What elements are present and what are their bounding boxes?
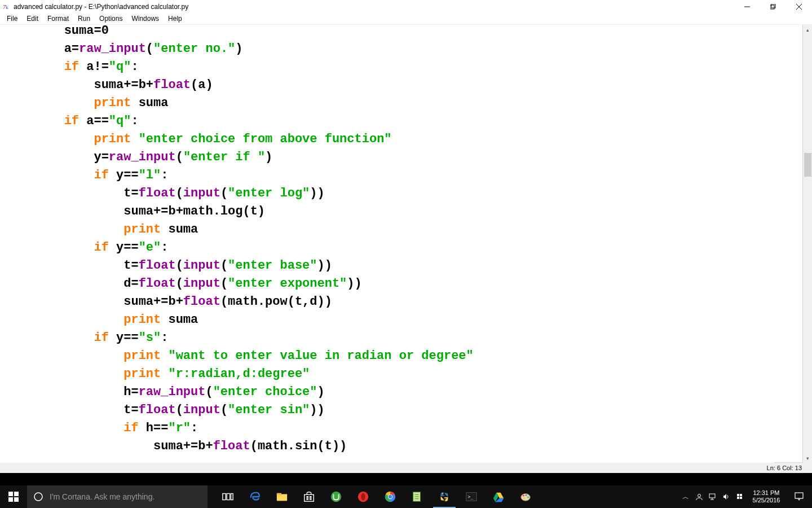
taskbar-clock[interactable]: 12:31 PM 5/25/2016	[747, 486, 786, 507]
utorrent-icon[interactable]	[323, 485, 350, 508]
svg-rect-46	[740, 494, 742, 496]
code-line: suma+=b+float(a)	[5, 76, 774, 94]
code-line: if y=="e":	[5, 239, 774, 257]
svg-point-38	[526, 494, 527, 496]
svg-rect-19	[310, 496, 312, 498]
menu-edit[interactable]: Edit	[22, 14, 43, 24]
drive-icon[interactable]	[485, 485, 512, 508]
paint-icon[interactable]	[512, 485, 539, 508]
store-icon[interactable]	[295, 485, 323, 508]
code-line: t=float(input("enter base"))	[5, 257, 774, 275]
taskbar: I'm Cortana. Ask me anything. >_ ︿ 12:31…	[0, 485, 812, 508]
file-explorer-icon[interactable]	[268, 485, 295, 508]
code-line: if a=="q":	[5, 112, 774, 130]
status-line: Ln: 6	[767, 465, 780, 471]
svg-rect-12	[223, 494, 226, 500]
code-line: if y=="l":	[5, 167, 774, 185]
action-center-icon[interactable]	[786, 485, 812, 508]
code-line: print "enter choice from above function"	[5, 130, 774, 148]
editor-wrap: suma=0 a=raw_input("enter no.") if a!="q…	[0, 24, 812, 462]
svg-point-24	[361, 493, 365, 501]
code-line: if y=="s":	[5, 329, 774, 347]
code-line: suma+=b+math.log(t)	[5, 203, 774, 221]
menubar: File Edit Format Run Options Windows Hel…	[0, 13, 812, 24]
svg-point-32	[442, 493, 443, 494]
svg-point-40	[523, 497, 525, 499]
svg-point-33	[445, 499, 447, 500]
svg-rect-8	[14, 492, 19, 496]
svg-rect-20	[306, 498, 308, 500]
opera-icon[interactable]	[350, 485, 377, 508]
svg-rect-47	[737, 497, 739, 499]
scroll-thumb[interactable]	[804, 153, 811, 177]
cortana-search[interactable]: I'm Cortana. Ask me anything.	[27, 485, 208, 508]
svg-rect-13	[227, 494, 230, 500]
svg-rect-17	[304, 494, 314, 501]
tray-flag-icon[interactable]	[733, 485, 747, 508]
svg-rect-7	[8, 492, 13, 496]
svg-rect-3	[770, 5, 774, 9]
svg-rect-4	[771, 4, 775, 8]
clock-time: 12:31 PM	[749, 489, 784, 497]
cortana-icon	[27, 492, 50, 502]
task-view-icon[interactable]	[214, 485, 241, 508]
code-line: print "want to enter value in radian or …	[5, 347, 774, 365]
vertical-scrollbar[interactable]: ▴ ▾	[802, 25, 812, 463]
tray-network-icon[interactable]	[706, 485, 720, 508]
svg-point-41	[698, 494, 701, 497]
scroll-down-button[interactable]: ▾	[803, 453, 812, 463]
statusbar: Ln: 6 Col: 13	[0, 462, 812, 473]
code-line: if h=="r":	[5, 419, 774, 437]
system-tray: ︿ 12:31 PM 5/25/2016	[679, 485, 812, 508]
tray-volume-icon[interactable]	[720, 485, 733, 508]
scroll-track[interactable]	[803, 34, 812, 453]
window-minimize-button[interactable]	[734, 0, 760, 13]
code-line: print suma	[5, 311, 774, 329]
svg-rect-48	[740, 497, 742, 499]
clock-date: 5/25/2016	[749, 497, 784, 504]
svg-rect-45	[737, 494, 739, 496]
svg-point-27	[389, 495, 392, 498]
edge-icon[interactable]	[241, 485, 268, 508]
notepadpp-icon[interactable]	[404, 485, 431, 508]
taskbar-apps: >_	[214, 485, 539, 508]
start-button[interactable]	[0, 485, 27, 508]
window-close-button[interactable]	[786, 0, 812, 13]
menu-help[interactable]: Help	[164, 14, 187, 24]
svg-text:k: k	[6, 4, 8, 10]
code-line: print suma	[5, 94, 774, 112]
code-line: if a!="q":	[5, 58, 774, 76]
window-maximize-button[interactable]	[760, 0, 786, 13]
window-titlebar: 7k advanced calculator.py - E:\Python\ad…	[0, 0, 812, 13]
menu-format[interactable]: Format	[43, 14, 73, 24]
code-line: h=raw_input("enter choice")	[5, 383, 774, 401]
code-line: d=float(input("enter exponent"))	[5, 275, 774, 293]
svg-text:>_: >_	[468, 494, 474, 500]
python-idle-icon[interactable]	[431, 485, 458, 508]
menu-file[interactable]: File	[2, 14, 22, 24]
svg-rect-14	[231, 494, 233, 500]
svg-rect-9	[8, 497, 13, 502]
svg-rect-16	[277, 493, 281, 496]
tray-people-icon[interactable]	[692, 485, 706, 508]
svg-point-22	[331, 492, 341, 502]
menu-windows[interactable]: Windows	[127, 14, 164, 24]
desktop-gap	[0, 473, 812, 485]
code-editor[interactable]: suma=0 a=raw_input("enter no.") if a!="q…	[0, 25, 774, 463]
code-line: suma+=b+float(math.sin(t))	[5, 437, 774, 456]
scroll-up-button[interactable]: ▴	[803, 25, 812, 34]
code-line: print "r:radian,d:degree"	[5, 365, 774, 383]
code-line: suma+=b+float(math.pow(t,d))	[5, 293, 774, 311]
menu-run[interactable]: Run	[73, 14, 95, 24]
svg-rect-21	[310, 498, 312, 500]
tray-chevron-icon[interactable]: ︿	[679, 485, 692, 508]
status-col: Col: 13	[782, 465, 802, 471]
code-line: suma=0	[5, 25, 774, 40]
menu-options[interactable]: Options	[95, 14, 127, 24]
code-line: a=raw_input("enter no.")	[5, 40, 774, 58]
terminal-icon[interactable]: >_	[458, 485, 485, 508]
code-line: y=raw_input("enter if ")	[5, 148, 774, 167]
svg-point-39	[527, 497, 529, 498]
chrome-icon[interactable]	[377, 485, 404, 508]
svg-rect-10	[14, 497, 19, 502]
